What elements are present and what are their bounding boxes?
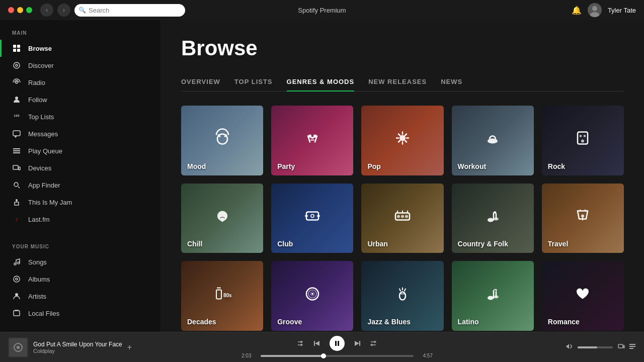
svg-point-0 bbox=[592, 6, 597, 11]
svg-point-7 bbox=[16, 64, 18, 66]
genre-card-decades[interactable]: 80sDecades bbox=[181, 261, 263, 331]
svg-rect-11 bbox=[13, 148, 20, 149]
player-track-info: God Put A Smile Upon Your Face Coldplay … bbox=[8, 337, 139, 357]
sidebar-item-browse[interactable]: Browse bbox=[0, 40, 160, 57]
maximize-button[interactable] bbox=[26, 7, 32, 13]
discover-label: Discover bbox=[28, 62, 54, 69]
progress-bar[interactable] bbox=[261, 355, 414, 357]
sidebar-item-albums[interactable]: Albums bbox=[0, 270, 160, 288]
genre-card-travel[interactable]: Travel bbox=[542, 184, 624, 253]
svg-point-21 bbox=[15, 293, 18, 296]
volume-icon bbox=[566, 343, 573, 351]
sidebar-item-discover[interactable]: Discover bbox=[0, 57, 160, 74]
svg-point-1 bbox=[590, 12, 599, 17]
follow-label: Follow bbox=[28, 96, 47, 104]
close-button[interactable] bbox=[8, 7, 14, 13]
genre-card-rock[interactable]: Rock bbox=[542, 106, 624, 175]
genre-card-party[interactable]: Party bbox=[271, 106, 353, 175]
volume-bar[interactable] bbox=[578, 346, 613, 348]
title-bar-right: 🔔 Tyler Tate bbox=[572, 3, 636, 17]
time-current: 2:03 bbox=[242, 353, 257, 358]
user-name[interactable]: Tyler Tate bbox=[608, 7, 636, 14]
svg-rect-5 bbox=[17, 49, 20, 52]
sidebar-item-app-finder[interactable]: App Finder bbox=[0, 176, 160, 194]
tab-news[interactable]: NEWS bbox=[441, 73, 462, 92]
sidebar-item-play-queue[interactable]: Play Queue bbox=[0, 142, 160, 159]
radio-label: Radio bbox=[28, 79, 45, 86]
browse-icon bbox=[12, 44, 21, 53]
travel-icon bbox=[573, 206, 593, 231]
search-icon: 🔍 bbox=[78, 7, 86, 14]
sidebar-item-this-is-my-jam[interactable]: This Is My Jam bbox=[0, 194, 160, 211]
devices-icon bbox=[12, 163, 21, 172]
sidebar-item-messages[interactable]: Messages bbox=[0, 125, 160, 142]
svg-point-53 bbox=[17, 346, 20, 349]
sidebar-item-devices[interactable]: Devices bbox=[0, 159, 160, 176]
queue-icon[interactable] bbox=[629, 343, 636, 351]
svg-marker-59 bbox=[355, 341, 359, 346]
top-lists-label: Top Lists bbox=[28, 113, 54, 121]
party-icon bbox=[302, 128, 323, 153]
sidebar-item-artists[interactable]: Artists bbox=[0, 288, 160, 305]
decades-icon: 80s bbox=[212, 284, 232, 308]
svg-rect-2 bbox=[13, 45, 16, 48]
search-input[interactable] bbox=[74, 4, 185, 17]
tab-new-releases[interactable]: NEW RELEASES bbox=[368, 73, 427, 92]
genre-card-latino[interactable]: Latino bbox=[452, 261, 534, 331]
previous-button[interactable] bbox=[313, 340, 320, 347]
svg-point-27 bbox=[488, 139, 498, 144]
svg-point-37 bbox=[401, 215, 404, 218]
play-pause-button[interactable] bbox=[330, 336, 345, 351]
club-icon bbox=[302, 206, 323, 231]
sidebar-item-follow[interactable]: Follow bbox=[0, 91, 160, 108]
track-details: God Put A Smile Upon Your Face Coldplay bbox=[33, 341, 122, 354]
genre-card-chill[interactable]: Chill bbox=[181, 184, 263, 253]
next-button[interactable] bbox=[354, 340, 361, 347]
svg-rect-54 bbox=[314, 341, 315, 346]
genre-card-romance[interactable]: Romance bbox=[542, 261, 624, 331]
mood-icon bbox=[212, 128, 232, 153]
genre-card-jazz-blues[interactable]: Jazz & Blues bbox=[361, 261, 443, 331]
sidebar-item-lastfm[interactable]: ♪ Last.fm bbox=[0, 211, 160, 228]
svg-point-20 bbox=[16, 278, 18, 280]
app-title: Spotify Premium bbox=[298, 7, 346, 14]
minimize-button[interactable] bbox=[17, 7, 23, 13]
genre-card-pop[interactable]: Pop bbox=[361, 106, 443, 175]
svg-rect-22 bbox=[14, 311, 20, 316]
app-finder-label: App Finder bbox=[28, 182, 60, 189]
shuffle-button[interactable] bbox=[297, 340, 304, 347]
devices-player-icon[interactable] bbox=[618, 343, 625, 351]
svg-rect-63 bbox=[629, 346, 635, 347]
sidebar-item-radio[interactable]: Radio bbox=[0, 74, 160, 91]
page-title: Browse bbox=[181, 36, 624, 60]
follow-icon bbox=[12, 95, 21, 104]
messages-icon bbox=[12, 129, 21, 138]
notification-icon[interactable]: 🔔 bbox=[572, 6, 582, 15]
tab-overview[interactable]: OVERVIEW bbox=[181, 73, 220, 92]
genre-card-club[interactable]: Club bbox=[271, 184, 353, 253]
genre-card-urban[interactable]: Urban bbox=[361, 184, 443, 253]
forward-button[interactable]: › bbox=[57, 4, 70, 17]
jazz-blues-label: Jazz & Blues bbox=[361, 313, 417, 331]
sidebar-item-local-files[interactable]: Local Files bbox=[0, 305, 160, 322]
sidebar-item-top-lists[interactable]: ¹²³ Top Lists bbox=[0, 108, 160, 125]
genre-card-mood[interactable]: Mood bbox=[181, 106, 263, 175]
genre-card-workout[interactable]: Workout bbox=[452, 106, 534, 175]
progress-thumb[interactable] bbox=[321, 353, 326, 358]
repeat-button[interactable] bbox=[370, 340, 377, 347]
back-button[interactable]: ‹ bbox=[40, 4, 53, 17]
songs-label: Songs bbox=[28, 258, 47, 266]
app-finder-icon bbox=[12, 180, 21, 190]
tab-genres-moods[interactable]: GENRES & MOODS bbox=[287, 73, 355, 92]
genre-card-groove[interactable]: Groove bbox=[271, 261, 353, 331]
playback-buttons bbox=[297, 336, 377, 351]
tab-top-lists[interactable]: TOP LISTS bbox=[234, 73, 273, 92]
sidebar-item-songs[interactable]: Songs bbox=[0, 253, 160, 270]
add-to-playlist-button[interactable]: + bbox=[127, 343, 132, 352]
romance-label: Romance bbox=[542, 313, 586, 331]
svg-point-34 bbox=[311, 215, 313, 217]
svg-rect-13 bbox=[13, 152, 20, 153]
svg-rect-61 bbox=[623, 345, 624, 348]
genre-card-country-folk[interactable]: Country & Folk bbox=[452, 184, 534, 253]
avatar bbox=[588, 3, 602, 17]
